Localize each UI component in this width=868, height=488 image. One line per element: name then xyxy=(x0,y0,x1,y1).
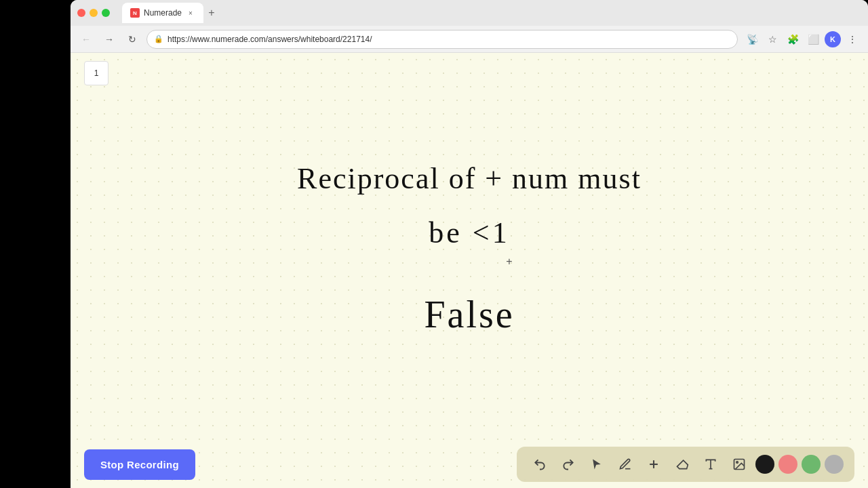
menu-button[interactable]: ⋮ xyxy=(844,30,861,48)
stop-recording-button[interactable]: Stop Recording xyxy=(84,449,195,480)
browser-window: N Numerade × + ← → ↻ 🔒 https://www.numer… xyxy=(71,0,868,488)
tab-favicon: N xyxy=(130,8,140,18)
content-area: 1 Reciprocal of + num must be <1 False +… xyxy=(71,53,868,488)
whiteboard-text: Reciprocal of + num must be <1 False xyxy=(297,155,642,345)
url-text: https://www.numerade.com/answers/whitebo… xyxy=(167,35,730,44)
nav-bar: ← → ↻ 🔒 https://www.numerade.com/answers… xyxy=(71,26,868,53)
color-gray-button[interactable] xyxy=(825,455,844,474)
whiteboard-content: Reciprocal of + num must be <1 False xyxy=(71,53,868,488)
lock-icon: 🔒 xyxy=(154,35,163,43)
image-tool-button[interactable] xyxy=(727,452,751,476)
extensions-button[interactable]: 🧩 xyxy=(784,30,802,48)
color-pink-button[interactable] xyxy=(778,455,797,474)
select-tool-button[interactable] xyxy=(585,452,609,476)
text-tool-button[interactable] xyxy=(698,452,723,476)
title-bar: N Numerade × + xyxy=(71,0,868,26)
tab-title: Numerade xyxy=(144,8,182,18)
page-thumbnail[interactable]: 1 xyxy=(84,61,108,85)
whiteboard-line1: Reciprocal of + num must xyxy=(297,155,642,203)
bookmark-button[interactable]: ☆ xyxy=(764,30,781,48)
active-tab[interactable]: N Numerade × xyxy=(122,3,203,23)
fullscreen-window-button[interactable] xyxy=(102,9,110,17)
tab-bar: N Numerade × + xyxy=(122,3,861,23)
nav-actions: 📡 ☆ 🧩 ⬜ K ⋮ xyxy=(743,30,861,48)
drawing-toolbar xyxy=(517,447,854,482)
eraser-tool-button[interactable] xyxy=(670,452,694,476)
svg-point-5 xyxy=(736,462,738,464)
add-tool-button[interactable] xyxy=(642,452,666,476)
color-black-button[interactable] xyxy=(755,455,774,474)
whiteboard-line3: False xyxy=(297,285,642,346)
redo-button[interactable] xyxy=(556,452,580,476)
tab-manager-button[interactable]: ⬜ xyxy=(804,30,822,48)
bottom-bar: Stop Recording xyxy=(71,441,868,488)
forward-button[interactable]: → xyxy=(100,30,118,48)
profile-avatar[interactable]: K xyxy=(825,31,841,47)
traffic-lights xyxy=(77,9,110,17)
undo-button[interactable] xyxy=(528,452,552,476)
new-tab-button[interactable]: + xyxy=(203,5,220,21)
pen-tool-button[interactable] xyxy=(613,452,637,476)
close-window-button[interactable] xyxy=(77,9,85,17)
reload-button[interactable]: ↻ xyxy=(123,30,141,48)
cast-button[interactable]: 📡 xyxy=(743,30,761,48)
address-bar[interactable]: 🔒 https://www.numerade.com/answers/white… xyxy=(146,30,738,49)
page-number: 1 xyxy=(94,68,99,78)
cursor-crosshair: + xyxy=(506,256,512,268)
minimize-window-button[interactable] xyxy=(90,9,98,17)
back-button[interactable]: ← xyxy=(77,30,95,48)
tab-close-button[interactable]: × xyxy=(186,8,195,18)
whiteboard-line2: be <1 xyxy=(297,209,642,257)
color-green-button[interactable] xyxy=(802,455,821,474)
